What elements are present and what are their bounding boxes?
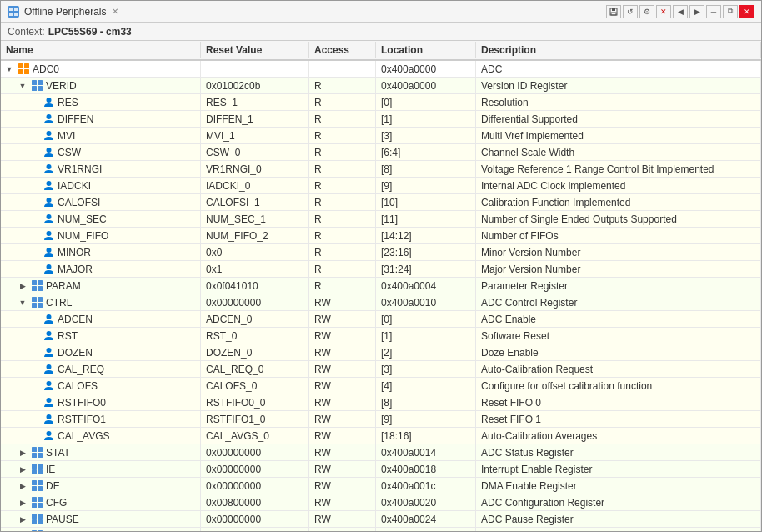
table-row[interactable]: ▶ PAUSE0x00000000RW0x400a0024ADC Pause R… [1,511,761,528]
name-cell: ▼ ADC0 [1,61,201,77]
reset-value-cell: CALOFS_0 [201,378,309,394]
description-cell: Reset FIFO 0 [476,394,761,410]
table-row[interactable]: CALOFSICALOFSI_1R[10]Calibration Functio… [1,194,761,211]
svg-point-24 [46,248,51,253]
reset-value-cell: CAL_AVGS_0 [201,428,309,444]
table-row[interactable]: NUM_SECNUM_SEC_1R[11]Number of Single En… [1,211,761,228]
name-cell: DIFFEN [1,111,201,127]
minimize-btn[interactable]: ─ [706,5,721,18]
svg-rect-2 [9,13,13,16]
svg-point-36 [46,348,51,353]
description-cell: Doze Enable [476,344,761,360]
field-icon [43,380,54,392]
field-icon [43,247,54,258]
restore-btn[interactable]: ⧉ [723,5,738,18]
name-cell: RSTFIFO1 [1,411,201,427]
table-row[interactable]: ▶ DE0x00000000RW0x400a001cDMA Enable Reg… [1,478,761,494]
table-row[interactable]: CSWCSW_0R[6:4]Channel Scale Width [1,144,761,161]
table-row[interactable]: ▶ STAT0x00000000RW0x400a0014ADC Status R… [1,444,761,461]
access-cell: R [309,178,376,193]
svg-point-18 [46,148,51,153]
reset-value-cell: CSW_0 [201,144,309,160]
svg-rect-60 [32,519,37,524]
row-name: MVI [58,130,75,142]
reset-value-cell: MVI_1 [201,128,309,143]
settings-btn[interactable]: ⚙ [639,5,654,18]
table-row[interactable]: CALOFSCALOFS_0RW[4]Configure for offset … [1,378,761,394]
expand-icon[interactable]: ▶ [18,464,28,474]
svg-point-37 [46,364,51,369]
description-cell: Major Version Number [476,261,761,277]
access-cell: RW [309,311,376,327]
location-cell: [8] [376,394,476,410]
table-row[interactable]: MVIMVI_1R[3]Multi Vref Implemented [1,128,761,144]
col-access: Access [309,42,376,58]
name-cell: ▶ STAT [1,444,201,460]
expand-icon[interactable]: ▶ [18,448,28,458]
table-row[interactable]: DIFFENDIFFEN_1R[1]Differential Supported [1,111,761,128]
table-row[interactable]: ADCENADCEN_0RW[0]ADC Enable [1,311,761,328]
reset-value-cell: IADCKI_0 [201,178,309,193]
access-cell: RW [309,444,376,460]
register-icon [31,514,43,525]
table-body[interactable]: ▼ ADC00x400a0000ADC▼ VERID0x01002c0bR0x4… [1,61,761,531]
svg-rect-0 [9,8,13,11]
expand-icon[interactable]: ▶ [18,481,28,491]
expand-icon[interactable]: ▶ [18,531,28,532]
prev-btn[interactable]: ◀ [673,5,688,18]
access-cell: R [309,161,376,177]
reset-value-cell: CALOFSI_1 [201,194,309,210]
name-cell: ▶ DE [1,478,201,494]
svg-rect-9 [18,69,23,74]
table-row[interactable]: CAL_AVGSCAL_AVGS_0RW[18:16]Auto-Calibrat… [1,428,761,444]
location-cell: [3] [376,361,476,377]
save-icon-btn[interactable] [606,5,621,18]
field-icon [43,97,54,108]
table-row[interactable]: MAJOR0x1R[31:24]Major Version Number [1,261,761,278]
svg-rect-29 [38,286,43,291]
table-row[interactable]: CAL_REQCAL_REQ_0RW[3]Auto-Calibration Re… [1,361,761,378]
title-bar-left: Offline Peripherals ✕ [8,6,118,18]
svg-rect-5 [612,8,615,11]
location-cell: [3] [376,128,476,143]
table-row[interactable]: ▶ CFG0x00800000RW0x400a0020ADC Configura… [1,494,761,511]
reset-value-cell: RSTFIFO1_0 [201,411,309,427]
table-row[interactable]: VR1RNGIVR1RNGI_0R[8]Voltage Reference 1 … [1,161,761,178]
table-row[interactable]: DOZENDOZEN_0RW[2]Doze Enable [1,344,761,361]
table-row[interactable]: RSTFIFO1RSTFIFO1_0RW[9]Reset FIFO 1 [1,411,761,428]
delete-btn[interactable]: ✕ [656,5,671,18]
next-btn[interactable]: ▶ [689,5,704,18]
group-icon [18,63,29,75]
table-row[interactable]: RESRES_1R[0]Resolution [1,94,761,111]
collapse-icon[interactable]: ▼ [18,298,28,308]
svg-point-19 [46,164,51,169]
col-name: Name [1,42,201,58]
expand-icon[interactable]: ▶ [18,281,28,291]
table-row[interactable]: ▼ CTRL0x00000000RW0x400a0010ADC Control … [1,294,761,311]
table-row[interactable]: NUM_FIFONUM_FIFO_2R[14:12]Number of FIFO… [1,228,761,244]
refresh-btn[interactable]: ↺ [623,5,638,18]
svg-rect-63 [38,530,43,531]
location-cell: [9] [376,411,476,427]
close-btn[interactable]: ✕ [739,5,754,18]
table-row[interactable]: ▼ VERID0x01002c0bR0x400a0000Version ID R… [1,78,761,94]
table-row[interactable]: RSTRST_0RW[1]Software Reset [1,328,761,344]
access-cell: R [309,94,376,110]
access-cell: R [309,278,376,294]
table-row[interactable]: ▶ SWTRIG0x00000000RW0x400a0034Software T… [1,528,761,531]
table-row[interactable]: ▶ IE0x00000000RW0x400a0018Interrupt Enab… [1,461,761,478]
table-row[interactable]: ▶ PARAM0x0f041010R0x400a0004Parameter Re… [1,278,761,294]
row-name: VERID [46,80,77,92]
access-cell: R [309,111,376,127]
collapse-icon[interactable]: ▼ [18,81,28,91]
name-cell: ▶ PAUSE [1,511,201,527]
table-row[interactable]: MINOR0x0R[23:16]Minor Version Number [1,244,761,261]
expand-icon[interactable]: ▶ [18,498,28,508]
expand-icon[interactable]: ▶ [18,514,28,524]
table-row[interactable]: IADCKIIADCKI_0R[9]Internal ADC Clock imp… [1,178,761,194]
reset-value-cell: 0x00000000 [201,294,309,310]
collapse-icon[interactable]: ▼ [4,64,14,74]
row-name: RST [58,330,78,342]
table-row[interactable]: ▼ ADC00x400a0000ADC [1,61,761,78]
table-row[interactable]: RSTFIFO0RSTFIFO0_0RW[8]Reset FIFO 0 [1,394,761,411]
